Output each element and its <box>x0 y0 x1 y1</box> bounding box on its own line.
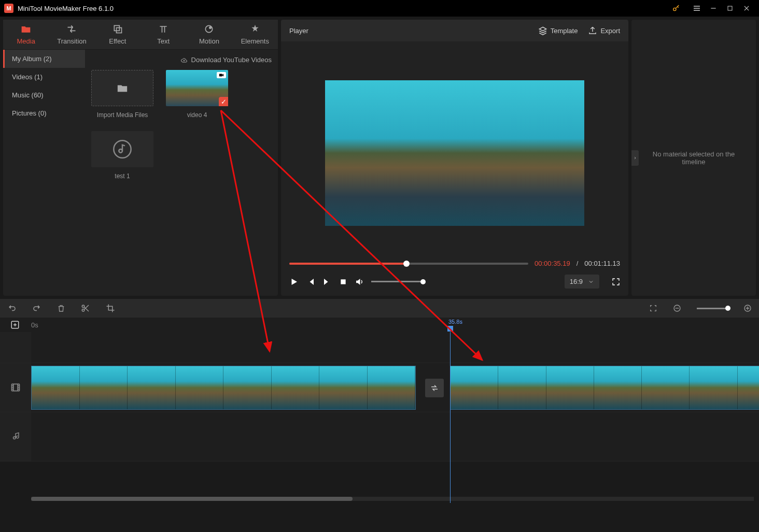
music-note-icon <box>112 139 133 160</box>
sidebar-item-pictures[interactable]: Pictures (0) <box>3 104 85 122</box>
folder-icon <box>116 82 129 94</box>
svg-point-9 <box>82 305 85 308</box>
video-badge-icon <box>217 72 226 78</box>
video-track[interactable] <box>31 363 759 412</box>
crop-button[interactable] <box>106 304 115 313</box>
playhead-line[interactable] <box>450 332 451 503</box>
stop-button[interactable] <box>339 278 347 286</box>
chevron-down-icon <box>588 279 594 285</box>
media-card-audio[interactable]: test 1 <box>91 131 153 180</box>
media-card-label: Import Media Files <box>91 111 153 119</box>
preview-video[interactable] <box>325 80 584 226</box>
top-tabs: Media Transition Effect Text Motion <box>3 20 278 50</box>
aspect-ratio-select[interactable]: 16:9 <box>565 275 599 289</box>
cloud-download-icon <box>180 57 188 63</box>
tab-transition[interactable]: Transition <box>49 20 94 49</box>
svg-rect-6 <box>219 74 222 77</box>
tab-effect[interactable]: Effect <box>95 20 140 49</box>
tab-label: Media <box>17 37 35 45</box>
app-title: MiniTool MovieMaker Free 6.1.0 <box>18 5 668 12</box>
tab-label: Text <box>157 37 170 45</box>
svg-point-4 <box>206 25 213 32</box>
fit-button[interactable] <box>649 304 657 312</box>
timeline-scrollbar[interactable] <box>31 497 754 501</box>
import-media-card[interactable]: Import Media Files <box>91 70 153 119</box>
inspector-empty-text: No material selected on the timeline <box>631 150 756 166</box>
title-bar: M MiniTool MovieMaker Free 6.1.0 <box>0 0 759 17</box>
track-header-overlay[interactable] <box>0 332 31 363</box>
inspector-panel: No material selected on the timeline <box>631 20 756 296</box>
ruler-zero: 0s <box>31 321 38 329</box>
minimize-button[interactable] <box>705 0 722 17</box>
playhead-marker[interactable] <box>447 326 453 332</box>
license-key-icon[interactable] <box>668 0 684 17</box>
svg-point-10 <box>82 309 85 312</box>
media-card-label: video 4 <box>166 111 228 119</box>
tab-label: Transition <box>57 37 87 45</box>
svg-point-0 <box>673 8 676 10</box>
tab-label: Motion <box>199 37 219 45</box>
video-clip[interactable] <box>450 366 759 410</box>
zoom-slider[interactable] <box>697 308 728 309</box>
template-button[interactable]: Template <box>538 26 578 35</box>
timeline-panel: 0s 35.8s <box>0 299 759 532</box>
track-header-video[interactable] <box>0 363 31 412</box>
timeline-ruler[interactable]: 0s 35.8s <box>0 318 759 332</box>
sidebar-item-album[interactable]: My Album (2) <box>3 50 85 68</box>
fullscreen-button[interactable] <box>612 278 620 286</box>
svg-rect-1 <box>728 6 732 10</box>
media-card-video[interactable]: ✓ video 4 <box>166 70 228 119</box>
timeline-toolbar <box>0 299 759 318</box>
tab-elements[interactable]: Elements <box>232 20 278 49</box>
svg-rect-8 <box>341 279 345 284</box>
tab-media[interactable]: Media <box>3 20 49 49</box>
play-button[interactable] <box>289 277 299 286</box>
music-icon <box>11 432 20 441</box>
undo-button[interactable] <box>7 304 17 313</box>
zoom-in-button[interactable] <box>743 304 752 312</box>
player-panel: Player Template Export 00:00:35.19 / <box>281 20 628 296</box>
next-frame-button[interactable] <box>322 277 332 286</box>
panel-collapse-handle[interactable] <box>631 150 639 166</box>
media-panel: Media Transition Effect Text Motion <box>3 20 278 296</box>
preview-area <box>281 41 628 254</box>
volume-slider[interactable] <box>371 281 423 282</box>
timeline-tracks <box>0 332 759 503</box>
tab-label: Elements <box>241 37 269 45</box>
media-card-label: test 1 <box>91 172 153 180</box>
check-icon: ✓ <box>219 97 228 106</box>
swap-icon <box>430 383 439 393</box>
add-track-button[interactable] <box>10 320 20 329</box>
maximize-button[interactable] <box>722 0 738 17</box>
track-header-audio[interactable] <box>0 412 31 461</box>
overlay-track[interactable] <box>31 332 759 363</box>
svg-point-5 <box>209 26 212 29</box>
download-youtube-link[interactable]: Download YouTube Videos <box>91 56 272 70</box>
tab-text[interactable]: Text <box>140 20 186 49</box>
layers-icon <box>538 26 547 35</box>
sidebar-item-videos[interactable]: Videos (1) <box>3 68 85 86</box>
media-sidebar: My Album (2) Videos (1) Music (60) Pictu… <box>3 50 85 296</box>
close-button[interactable] <box>738 0 755 17</box>
film-icon <box>10 382 21 393</box>
playhead-time: 35.8s <box>448 319 462 325</box>
video-clip[interactable] <box>31 366 416 410</box>
menu-icon[interactable] <box>688 0 705 17</box>
redo-button[interactable] <box>32 304 41 313</box>
volume-button[interactable] <box>355 277 364 286</box>
transition-slot[interactable] <box>425 379 444 397</box>
current-time: 00:00:35.19 <box>535 260 570 267</box>
zoom-out-button[interactable] <box>673 304 681 312</box>
export-button[interactable]: Export <box>588 26 620 35</box>
sidebar-item-music[interactable]: Music (60) <box>3 86 85 104</box>
split-button[interactable] <box>81 304 90 313</box>
upload-icon <box>588 26 597 35</box>
player-title: Player <box>289 27 528 35</box>
app-logo: M <box>4 4 13 13</box>
seek-slider[interactable] <box>289 263 528 265</box>
audio-track[interactable] <box>31 412 759 461</box>
total-duration: 00:01:11.13 <box>584 260 620 267</box>
delete-button[interactable] <box>57 304 65 313</box>
prev-frame-button[interactable] <box>306 277 315 286</box>
tab-motion[interactable]: Motion <box>186 20 232 49</box>
